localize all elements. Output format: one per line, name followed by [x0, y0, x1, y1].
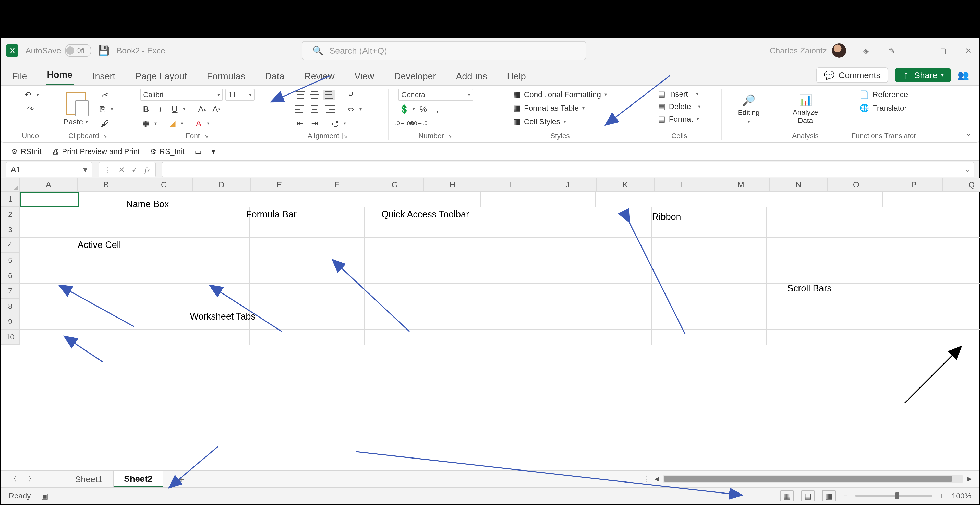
cell[interactable] — [767, 314, 824, 330]
col-header[interactable]: B — [78, 178, 135, 191]
cell[interactable] — [481, 191, 538, 207]
tab-insert[interactable]: Insert — [91, 71, 116, 85]
cell[interactable] — [250, 268, 307, 284]
cell[interactable] — [767, 237, 824, 253]
cut-icon[interactable]: ✂ — [99, 89, 111, 100]
cell[interactable] — [250, 299, 307, 314]
cell[interactable] — [250, 237, 307, 253]
cell[interactable] — [307, 268, 364, 284]
col-header[interactable]: M — [712, 178, 770, 191]
normal-view-button[interactable]: ▦ — [780, 490, 794, 502]
align-top-icon[interactable] — [294, 90, 306, 100]
col-header[interactable]: C — [135, 178, 193, 191]
cell[interactable] — [709, 237, 767, 253]
diamond-icon[interactable]: ◈ — [861, 45, 872, 56]
tab-addins[interactable]: Add-ins — [455, 71, 488, 85]
qat-customize[interactable]: ▾ — [212, 147, 215, 156]
cell[interactable] — [653, 191, 710, 207]
tab-review[interactable]: Review — [303, 71, 336, 85]
scroll-right-icon[interactable]: ▶ — [965, 475, 974, 483]
cell[interactable] — [939, 284, 980, 299]
cell[interactable] — [824, 207, 881, 222]
cell[interactable] — [479, 314, 537, 330]
translator-button[interactable]: 🌐Translator — [858, 102, 908, 113]
scroll-left-icon[interactable]: ◀ — [652, 475, 661, 483]
cell[interactable] — [652, 268, 709, 284]
col-header[interactable]: H — [424, 178, 482, 191]
cell[interactable] — [767, 207, 824, 222]
row-header[interactable]: 4 — [1, 237, 20, 253]
cell[interactable] — [194, 191, 251, 207]
cell[interactable] — [422, 299, 479, 314]
cell[interactable] — [537, 268, 594, 284]
cell[interactable] — [537, 284, 594, 299]
select-all-button[interactable] — [1, 178, 20, 191]
cell[interactable] — [881, 299, 939, 314]
cell[interactable] — [307, 237, 364, 253]
font-size-selector[interactable]: 11▾ — [226, 89, 255, 100]
zoom-out-icon[interactable]: − — [843, 491, 848, 500]
cell[interactable] — [709, 268, 767, 284]
col-header[interactable]: D — [193, 178, 251, 191]
orientation-icon[interactable]: ⭯ — [329, 118, 341, 129]
cell[interactable] — [767, 222, 824, 237]
row-header[interactable]: 7 — [1, 284, 20, 299]
cell[interactable] — [594, 314, 652, 330]
cell[interactable] — [250, 253, 307, 268]
cell[interactable] — [825, 191, 883, 207]
undo-icon[interactable]: ↶ — [22, 89, 34, 100]
add-sheet-button[interactable]: ＋ — [176, 472, 186, 486]
presence-icon[interactable]: 👥 — [958, 70, 969, 81]
dialog-launcher-icon[interactable]: ↘ — [102, 133, 108, 139]
dialog-launcher-icon[interactable]: ↘ — [342, 133, 348, 139]
cell[interactable] — [422, 222, 479, 237]
name-box[interactable]: A1 ▾ — [6, 162, 92, 177]
cell[interactable] — [135, 253, 192, 268]
cell[interactable] — [135, 237, 192, 253]
cell[interactable] — [422, 268, 479, 284]
qat-rs-init[interactable]: ⚙RS_Init — [150, 147, 185, 156]
cell[interactable] — [20, 330, 77, 345]
cell[interactable] — [709, 222, 767, 237]
cell[interactable] — [423, 191, 481, 207]
cell[interactable] — [77, 222, 135, 237]
cell[interactable] — [537, 207, 594, 222]
cell[interactable] — [652, 284, 709, 299]
cell[interactable] — [939, 222, 980, 237]
cell[interactable] — [881, 222, 939, 237]
cell[interactable] — [824, 284, 881, 299]
ribbon-collapse-icon[interactable]: ⌄ — [966, 129, 971, 137]
cell[interactable] — [192, 207, 250, 222]
cell[interactable] — [537, 237, 594, 253]
zoom-level[interactable]: 100% — [952, 491, 971, 500]
italic-button[interactable]: I — [154, 103, 166, 115]
save-icon[interactable]: 💾 — [98, 45, 110, 56]
cell[interactable] — [364, 314, 422, 330]
cell[interactable] — [709, 314, 767, 330]
cell[interactable] — [594, 207, 652, 222]
zoom-in-icon[interactable]: + — [940, 491, 944, 500]
cell[interactable] — [824, 237, 881, 253]
cell[interactable] — [307, 222, 364, 237]
cell[interactable] — [20, 222, 77, 237]
cell[interactable] — [710, 191, 768, 207]
minimize-button[interactable]: — — [912, 45, 923, 56]
analyze-data-button[interactable]: 📊 Analyze Data — [792, 94, 818, 125]
cell[interactable] — [479, 330, 537, 345]
prev-sheet-icon[interactable]: 〈 — [9, 473, 18, 485]
cell[interactable] — [20, 284, 77, 299]
comments-button[interactable]: 💬 Comments — [816, 67, 888, 83]
cell[interactable] — [422, 284, 479, 299]
cell[interactable] — [939, 253, 980, 268]
align-right-icon[interactable] — [323, 104, 335, 114]
zoom-slider[interactable] — [856, 495, 932, 497]
cell[interactable] — [364, 284, 422, 299]
user-account[interactable]: Charles Zaiontz — [770, 43, 846, 58]
delete-cells-button[interactable]: ▤Delete▾ — [657, 101, 702, 112]
tab-data[interactable]: Data — [264, 71, 285, 85]
dialog-launcher-icon[interactable]: ↘ — [203, 133, 209, 139]
col-header[interactable]: I — [482, 178, 539, 191]
cell[interactable] — [251, 191, 309, 207]
cell[interactable] — [537, 222, 594, 237]
row-header[interactable]: 10 — [1, 330, 20, 345]
